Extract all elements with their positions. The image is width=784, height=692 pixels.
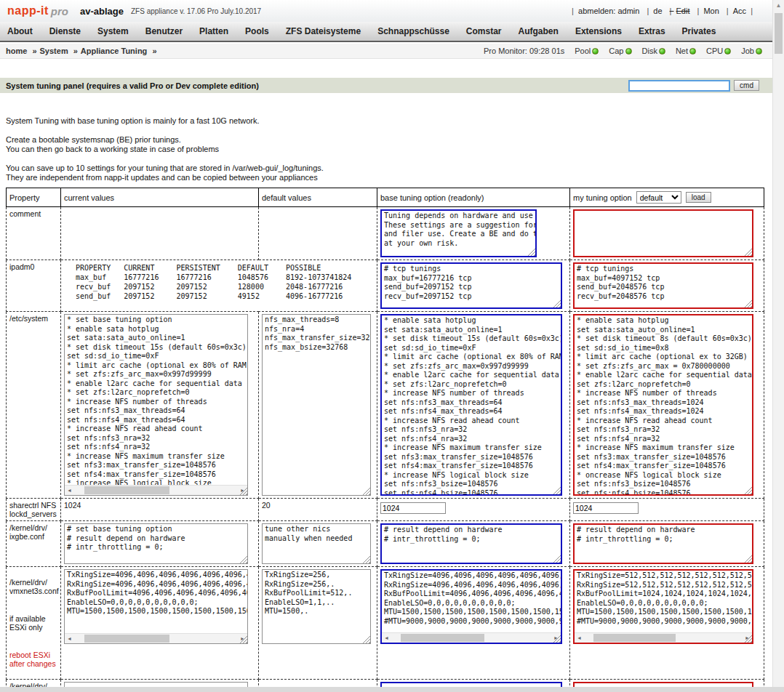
table-row-ipadm0: ipadm0 PROPERTY CURRENT PERSISTENT DEFAU… (7, 260, 764, 312)
pro-logo-suffix: pro (51, 5, 68, 17)
mon-link[interactable]: Mon (693, 7, 722, 15)
col-header-base: base tuning option (readonly) (377, 188, 570, 207)
table-row-ixgbe: /kernel/drv/ ixgbe.conf # set base tunin… (7, 521, 764, 567)
pro-monitor-label: Pro Monitor: 09:28 01s (484, 47, 564, 55)
main-menu: About Dienste System Benutzer Platten Po… (0, 22, 772, 42)
scroll-up-icon[interactable]: ▲ (773, 0, 784, 12)
menu-benutzer[interactable]: Benutzer (145, 26, 183, 36)
menu-dienste[interactable]: Dienste (49, 26, 81, 36)
intro-paragraph: Create a bootable systemsnap (BE) prior … (6, 135, 324, 154)
etc-system-base-textarea[interactable]: * enable sata hotplug set sata:sata_auto… (382, 315, 561, 494)
etc-system-current-textarea[interactable]: * set base tuning option * enable sata h… (65, 315, 247, 485)
menu-system[interactable]: System (97, 26, 129, 36)
ixgbe-base-textarea[interactable]: # result depend on hardware # intr_throt… (382, 525, 561, 563)
scroll-left-icon[interactable]: ◄ (575, 633, 584, 643)
comment-my-box (573, 209, 753, 257)
menu-aufgaben[interactable]: Aufgaben (519, 26, 559, 36)
breadcrumb-home[interactable]: home (6, 47, 40, 55)
ixgbe-current-cell: # set base tuning option # result depend… (61, 521, 259, 567)
menu-schnappschuesse[interactable]: Schnappschüsse (377, 26, 449, 36)
ixgbe-current-textarea[interactable]: # set base tuning option # result depend… (65, 524, 247, 563)
etc-system-default-textarea[interactable]: nfs_max_threads=8 nfs_nra=4 nfs_max_tran… (263, 315, 370, 495)
logout-link[interactable]: abmelden: admin (568, 7, 643, 15)
ixgbe-default-textarea[interactable]: tune other nics manually when needed (263, 524, 370, 563)
acc-link[interactable]: Acc (723, 7, 756, 15)
horizontal-scrollbar-track[interactable] (0, 687, 784, 692)
edit-link[interactable]: Edit (666, 7, 694, 15)
vmxnet3s-current-textarea[interactable]: TxRingSize=4096,4096,4096,4096,4096,4096… (65, 570, 247, 633)
sharectrl-my-input[interactable] (573, 502, 639, 514)
scrollbar-thumb[interactable] (84, 486, 169, 494)
ipadm0-my-textarea[interactable]: # tcp tunings max_buf=4097152 tcp send_b… (575, 264, 752, 307)
property-label-cell: /kernel/drv/ vmxnet3s.conf if available … (7, 567, 61, 680)
sharectrl-current-value: 1024 (61, 499, 259, 521)
sharectrl-base-input[interactable] (380, 502, 446, 514)
appliance-version: ZFS appliance v. 17.06 Pro July.10.2017 (131, 7, 261, 15)
property-label: sharectrl NFS lockd_servers (7, 499, 61, 521)
comment-base-box: Tuning depends on hardware and use case … (380, 209, 537, 257)
scrollbar-thumb[interactable] (84, 635, 169, 643)
horizontal-scrollbar[interactable]: ◄ ► (382, 632, 561, 643)
property-note: if available ESXi only (9, 614, 57, 632)
cpu-status: CPU (706, 47, 731, 55)
scrollbar-thumb[interactable] (775, 13, 783, 54)
intro-line: System Tuning with base tuning option is… (6, 116, 324, 126)
scrollbar-thumb[interactable] (593, 634, 676, 642)
cmd-button[interactable]: cmd (734, 80, 759, 91)
menu-privates[interactable]: Privates (682, 26, 716, 36)
vmxnet3s-base-cell: TxRingSize=4096,4096,4096,4096,4096,4096… (377, 567, 570, 680)
ipadm0-base-textarea[interactable]: # tcp tunings max_buf=16777216 tcp send_… (382, 264, 561, 307)
table-row-sharectrl: sharectrl NFS lockd_servers 1024 20 (7, 499, 764, 521)
vmxnet3s-my-textarea[interactable]: TxRingSize=512,512,512,512,512,512,512,5… (575, 571, 752, 632)
horizontal-scrollbar[interactable]: ◄ ► (65, 633, 247, 643)
comment-my-textarea[interactable] (575, 211, 752, 256)
scrollbar-thumb[interactable] (401, 634, 484, 642)
language-link[interactable]: de (643, 7, 665, 15)
menu-extensions[interactable]: Extensions (575, 26, 622, 36)
vmxnet3s-default-textarea[interactable]: TxRingSize=256, RxRingSize=256,. RxBufPo… (263, 570, 370, 643)
vmxnet3s-default-box: TxRingSize=256, RxRingSize=256,. RxBufPo… (262, 569, 371, 644)
vmxnet3s-current-box: TxRingSize=4096,4096,4096,4096,4096,4096… (64, 569, 248, 644)
etc-system-my-textarea[interactable]: * enable sata hotplug set sata:sata_auto… (575, 315, 752, 494)
etc-system-my-cell: * enable sata hotplug set sata:sata_auto… (570, 312, 764, 499)
menu-extras[interactable]: Extras (639, 26, 665, 36)
col-header-default: default values (259, 188, 377, 207)
tuning-preset-select[interactable]: default (636, 191, 681, 204)
ipadm0-current-cell: PROPERTY CURRENT PERSISTENT DEFAULT POSS… (61, 260, 377, 312)
etc-system-current-cell: * set base tuning option * enable sata h… (61, 312, 259, 499)
menu-zfs-dateisysteme[interactable]: ZFS Dateisysteme (286, 26, 361, 36)
property-label: ipadm0 (7, 260, 61, 312)
vmxnet3s-base-textarea[interactable]: TxRingSize=4096,4096,4096,4096,4096,4096… (382, 571, 561, 632)
cap-status: Cap (609, 47, 631, 55)
pool-led-icon (592, 48, 599, 55)
intro-line: Create a bootable systemsnap (BE) prior … (6, 135, 324, 145)
menu-platten[interactable]: Platten (199, 26, 228, 36)
etc-system-default-cell: nfs_max_threads=8 nfs_nra=4 nfs_max_tran… (259, 312, 377, 499)
comment-base-textarea[interactable]: Tuning depends on hardware and use case … (382, 211, 535, 256)
scroll-left-icon[interactable]: ◄ (65, 634, 74, 644)
sharectrl-default-value: 20 (259, 499, 377, 521)
sharectrl-my-cell (570, 499, 764, 521)
cmd-input[interactable] (628, 80, 730, 92)
top-bar: napp-it pro av-ablage ZFS appliance v. 1… (0, 0, 772, 22)
horizontal-scrollbar[interactable]: ◄ ► (65, 485, 247, 495)
menu-about[interactable]: About (7, 26, 33, 36)
vmxnet3s-default-cell: TxRingSize=256, RxRingSize=256,. RxBufPo… (259, 567, 377, 680)
menu-pools[interactable]: Pools (245, 26, 269, 36)
ixgbe-my-cell: # result depend on hardware # intr_throt… (570, 521, 764, 567)
vertical-scrollbar[interactable]: ▲ (772, 0, 784, 687)
scroll-left-icon[interactable]: ◄ (382, 633, 391, 643)
job-status: Job (741, 47, 762, 55)
vmxnet3s-current-cell: TxRingSize=4096,4096,4096,4096,4096,4096… (61, 567, 259, 680)
intro-paragraph: You can save up to 10 settings for your … (6, 164, 324, 182)
scroll-left-icon[interactable]: ◄ (65, 486, 74, 496)
disk-led-icon (659, 48, 665, 55)
ixgbe-my-textarea[interactable]: # result depend on hardware # intr_throt… (575, 525, 752, 563)
horizontal-scrollbar[interactable]: ◄ ► (575, 632, 752, 643)
vmxnet3s-my-box: TxRingSize=512,512,512,512,512,512,512,5… (573, 569, 753, 644)
breadcrumb-system[interactable]: System (40, 47, 81, 55)
etc-system-default-box: nfs_max_threads=8 nfs_nra=4 nfs_max_tran… (262, 314, 371, 496)
property-warning: reboot ESXi after changes (9, 651, 57, 668)
load-button[interactable]: load (686, 192, 711, 203)
menu-comstar[interactable]: Comstar (466, 26, 502, 36)
